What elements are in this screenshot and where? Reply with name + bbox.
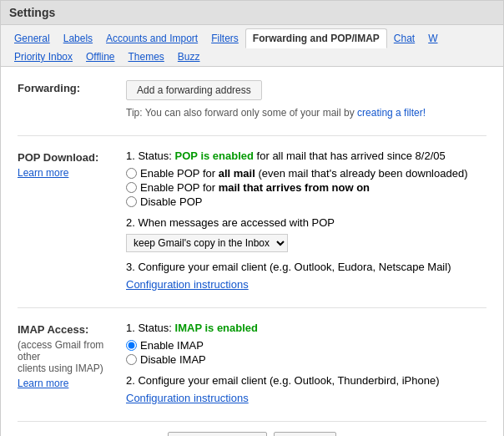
imap-label: IMAP Access: (access Gmail from other cl… bbox=[18, 322, 126, 404]
add-forwarding-button[interactable]: Add a forwarding address bbox=[126, 80, 262, 100]
imap-content: 1. Status: IMAP is enabled Enable IMAP D… bbox=[126, 322, 486, 404]
pop-status-value: POP is enabled bbox=[175, 150, 254, 162]
pop-status: 1. Status: POP is enabled for all mail t… bbox=[126, 150, 486, 162]
window-titlebar: Settings bbox=[1, 1, 503, 25]
pop-option-all-mail[interactable]: Enable POP for all mail (even mail that'… bbox=[126, 167, 486, 180]
pop-dropdown-row: keep Gmail's copy in the Inbox archive G… bbox=[126, 234, 486, 252]
settings-window: Settings General Labels Accounts and Imp… bbox=[0, 0, 504, 436]
cancel-button[interactable]: Cancel bbox=[274, 432, 335, 436]
pop-radio-all-mail[interactable] bbox=[126, 168, 137, 179]
imap-option-disable[interactable]: Disable IMAP bbox=[126, 353, 486, 366]
pop-radio-now-on[interactable] bbox=[126, 182, 137, 193]
tab-buzz[interactable]: Buzz bbox=[171, 48, 207, 66]
imap-section: IMAP Access: (access Gmail from other cl… bbox=[18, 322, 486, 404]
pop-radio-disable[interactable] bbox=[126, 196, 137, 207]
tab-chat[interactable]: Chat bbox=[387, 29, 421, 48]
pop-radio-group: Enable POP for all mail (even mail that'… bbox=[126, 167, 486, 208]
tab-general[interactable]: General bbox=[8, 29, 57, 48]
imap-status: 1. Status: IMAP is enabled bbox=[126, 322, 486, 334]
divider1 bbox=[18, 135, 486, 136]
imap-radio-disable[interactable] bbox=[126, 354, 137, 365]
pop-config-link[interactable]: Configuration instructions bbox=[126, 278, 486, 291]
imap-learn-more-link[interactable]: Learn more bbox=[18, 378, 68, 389]
forwarding-label: Forwarding: bbox=[18, 80, 126, 119]
pop-when-title: 2. When messages are accessed with POP bbox=[126, 216, 486, 229]
divider2 bbox=[18, 307, 486, 308]
tab-accounts[interactable]: Accounts and Import bbox=[99, 29, 204, 48]
imap-radio-group: Enable IMAP Disable IMAP bbox=[126, 339, 486, 366]
nav-row2: Priority Inbox Offline Themes Buzz bbox=[8, 48, 496, 66]
pop-configure-title: 3. Configure your email client (e.g. Out… bbox=[126, 261, 486, 273]
nav-row1: General Labels Accounts and Import Filte… bbox=[8, 25, 496, 48]
pop-content: 1. Status: POP is enabled for all mail t… bbox=[126, 150, 486, 291]
tab-filters[interactable]: Filters bbox=[204, 29, 245, 48]
tab-forwarding[interactable]: Forwarding and POP/IMAP bbox=[245, 28, 387, 48]
forwarding-tip: Tip: You can also forward only some of y… bbox=[126, 107, 486, 119]
pop-learn-more-link[interactable]: Learn more bbox=[18, 167, 68, 179]
imap-status-value: IMAP is enabled bbox=[175, 322, 258, 334]
tab-themes[interactable]: Themes bbox=[122, 48, 171, 66]
save-button[interactable]: Save Changes bbox=[168, 432, 267, 436]
nav-tabs: General Labels Accounts and Import Filte… bbox=[1, 25, 503, 67]
forwarding-content: Add a forwarding address Tip: You can al… bbox=[126, 80, 486, 119]
tab-priority-inbox[interactable]: Priority Inbox bbox=[8, 48, 79, 66]
tab-w[interactable]: W bbox=[421, 29, 444, 48]
imap-config-link[interactable]: Configuration instructions bbox=[126, 392, 486, 404]
pop-action-dropdown[interactable]: keep Gmail's copy in the Inbox archive G… bbox=[126, 234, 288, 252]
creating-filter-link[interactable]: creating a filter! bbox=[357, 107, 426, 119]
settings-content: Forwarding: Add a forwarding address Tip… bbox=[1, 67, 503, 436]
pop-option-now-on[interactable]: Enable POP for mail that arrives from no… bbox=[126, 181, 486, 194]
imap-radio-enable[interactable] bbox=[126, 340, 137, 351]
window-title: Settings bbox=[9, 6, 55, 19]
footer-buttons: Save Changes Cancel bbox=[18, 421, 486, 436]
pop-section: POP Download: Learn more 1. Status: POP … bbox=[18, 150, 486, 291]
forwarding-section: Forwarding: Add a forwarding address Tip… bbox=[18, 80, 486, 119]
tab-offline[interactable]: Offline bbox=[79, 48, 121, 66]
imap-option-enable[interactable]: Enable IMAP bbox=[126, 339, 486, 352]
tab-labels[interactable]: Labels bbox=[57, 29, 99, 48]
imap-configure-title: 2. Configure your email client (e.g. Out… bbox=[126, 374, 486, 387]
pop-option-disable[interactable]: Disable POP bbox=[126, 195, 486, 208]
pop-label: POP Download: Learn more bbox=[18, 150, 126, 291]
